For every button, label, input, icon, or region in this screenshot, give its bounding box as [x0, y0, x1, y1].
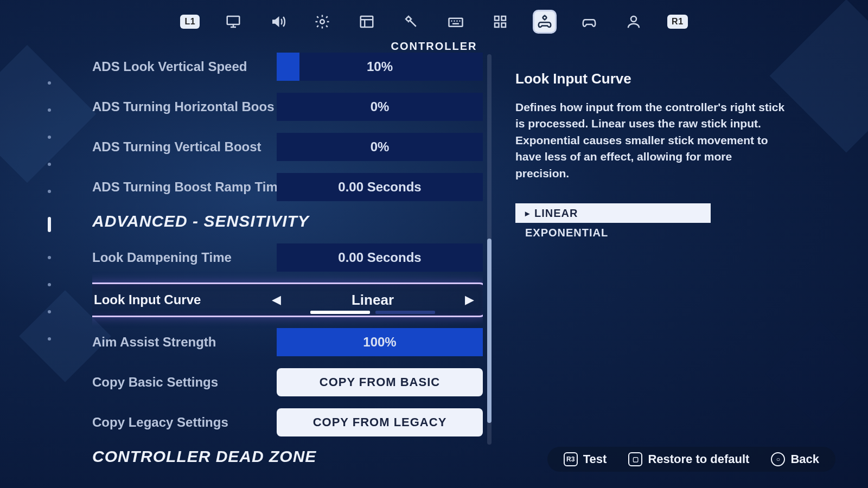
selector-value: Linear — [352, 292, 394, 309]
scrollbar-thumb[interactable] — [487, 239, 492, 423]
svg-rect-0 — [227, 16, 240, 24]
setting-value-slider[interactable]: 0.00 Seconds — [277, 243, 483, 272]
svg-rect-4 — [449, 18, 463, 27]
setting-selector[interactable]: ◀ Linear ▶ — [267, 292, 478, 309]
section-rail-current — [48, 217, 51, 232]
selector-pager — [310, 311, 435, 314]
copy-from-legacy-button[interactable]: COPY FROM LEGACY — [277, 408, 483, 436]
tab-keyboard[interactable] — [444, 10, 468, 34]
speaker-icon — [270, 14, 286, 30]
section-advanced-sensitivity: ADVANCED - SENSITIVITY — [92, 212, 483, 230]
row-ads-look-vertical-speed[interactable]: ADS Look Vertical Speed 10% — [92, 52, 483, 82]
row-ads-turning-horizontal-boost[interactable]: ADS Turning Horizontal Boos 0% — [92, 92, 483, 122]
svg-rect-6 — [502, 16, 506, 21]
keyboard-icon — [448, 14, 464, 30]
back-button[interactable]: ○ Back — [771, 452, 819, 466]
setting-label: Look Input Curve — [94, 292, 267, 307]
tab-controller-settings[interactable] — [533, 10, 557, 34]
tab-general[interactable] — [310, 10, 334, 34]
row-ads-turning-vertical-boost[interactable]: ADS Turning Vertical Boost 0% — [92, 132, 483, 162]
svg-point-9 — [543, 16, 546, 19]
tab-wrench[interactable] — [399, 10, 423, 34]
svg-rect-5 — [495, 16, 499, 21]
selector-next-icon[interactable]: ▶ — [461, 293, 478, 307]
setting-label: ADS Turning Boost Ramp Tim — [92, 179, 277, 195]
gear-icon — [314, 14, 330, 30]
row-look-input-curve[interactable]: Look Input Curve ◀ Linear ▶ — [92, 282, 483, 317]
bumper-right: R1 — [667, 15, 687, 29]
footer-label: Test — [583, 452, 607, 466]
setting-value-text: 10% — [367, 59, 393, 74]
setting-label: ADS Turning Horizontal Boos — [92, 99, 277, 114]
tab-grid[interactable] — [488, 10, 512, 34]
setting-value-text: 100% — [363, 335, 396, 350]
bumper-left: L1 — [180, 15, 200, 29]
svg-point-1 — [320, 20, 324, 24]
footer-label: Restore to default — [648, 452, 749, 466]
settings-scrollbar[interactable] — [487, 54, 492, 445]
restore-default-button[interactable]: ▢ Restore to default — [628, 452, 749, 466]
caret-right-icon: ▸ — [525, 208, 530, 219]
setting-label: Aim Assist Strength — [92, 335, 277, 350]
setting-value-slider[interactable]: 10% — [277, 53, 483, 81]
option-label: LINEAR — [534, 207, 578, 220]
setting-value-slider[interactable]: 0.00 Seconds — [277, 173, 483, 201]
option-linear[interactable]: ▸ LINEAR — [515, 203, 711, 223]
section-rail — [48, 81, 51, 341]
tab-icons — [221, 10, 646, 34]
description-title: Look Input Curve — [515, 70, 787, 87]
setting-value-text: 0% — [371, 139, 390, 155]
grid-icon — [492, 14, 508, 30]
wrench-gear-icon — [403, 14, 419, 30]
option-exponential[interactable]: EXPONENTIAL — [515, 223, 711, 242]
svg-rect-7 — [495, 23, 499, 28]
setting-label: ADS Turning Vertical Boost — [92, 139, 277, 155]
square-glyph-icon: ▢ — [628, 452, 642, 466]
row-aim-assist-strength[interactable]: Aim Assist Strength 100% — [92, 327, 483, 357]
copy-from-basic-button[interactable]: COPY FROM BASIC — [277, 368, 483, 396]
tab-audio[interactable] — [266, 10, 290, 34]
description-options: ▸ LINEAR EXPONENTIAL — [515, 203, 787, 242]
row-copy-basic: Copy Basic Settings COPY FROM BASIC — [92, 367, 483, 397]
controller-icon — [581, 14, 597, 30]
setting-value-slider[interactable]: 0% — [277, 133, 483, 161]
svg-point-10 — [631, 16, 636, 22]
option-label: EXPONENTIAL — [525, 227, 608, 239]
section-controller-dead-zone: CONTROLLER DEAD ZONE — [92, 447, 483, 466]
footer-actions: R3 Test ▢ Restore to default ○ Back — [547, 447, 835, 472]
person-icon — [626, 14, 642, 30]
description-panel: Look Input Curve Defines how input from … — [515, 70, 787, 242]
test-button[interactable]: R3 Test — [564, 452, 607, 466]
tab-display[interactable] — [221, 10, 245, 34]
tab-hud[interactable] — [355, 10, 379, 34]
selector-prev-icon[interactable]: ◀ — [267, 293, 285, 307]
footer-label: Back — [790, 452, 819, 466]
monitor-icon — [225, 14, 241, 30]
svg-rect-2 — [361, 16, 373, 27]
row-ads-turning-boost-ramp-time[interactable]: ADS Turning Boost Ramp Tim 0.00 Seconds — [92, 172, 483, 202]
top-tab-bar: L1 R1 — [0, 10, 868, 34]
tab-account[interactable] — [622, 10, 646, 34]
description-body: Defines how input from the controller's … — [515, 99, 787, 182]
setting-label: Copy Basic Settings — [92, 375, 277, 390]
row-copy-legacy: Copy Legacy Settings COPY FROM LEGACY — [92, 407, 483, 438]
setting-label: Look Dampening Time — [92, 250, 277, 265]
circle-glyph-icon: ○ — [771, 452, 785, 466]
r3-glyph-icon: R3 — [564, 452, 578, 466]
setting-label: Copy Legacy Settings — [92, 415, 277, 430]
setting-value-slider[interactable]: 100% — [277, 328, 483, 356]
gear-controller-icon — [537, 14, 553, 30]
settings-list: ADS Look Vertical Speed 10% ADS Turning … — [92, 52, 483, 466]
layout-icon — [359, 14, 375, 30]
setting-value-text: 0.00 Seconds — [338, 179, 421, 195]
setting-value-text: 0% — [371, 99, 390, 114]
tab-controller[interactable] — [577, 10, 601, 34]
setting-value-text: 0.00 Seconds — [338, 250, 421, 265]
setting-label: ADS Look Vertical Speed — [92, 59, 277, 74]
row-look-dampening-time[interactable]: Look Dampening Time 0.00 Seconds — [92, 242, 483, 273]
svg-rect-8 — [502, 23, 506, 28]
active-tab-caption: CONTROLLER — [0, 40, 868, 53]
setting-value-slider[interactable]: 0% — [277, 93, 483, 121]
